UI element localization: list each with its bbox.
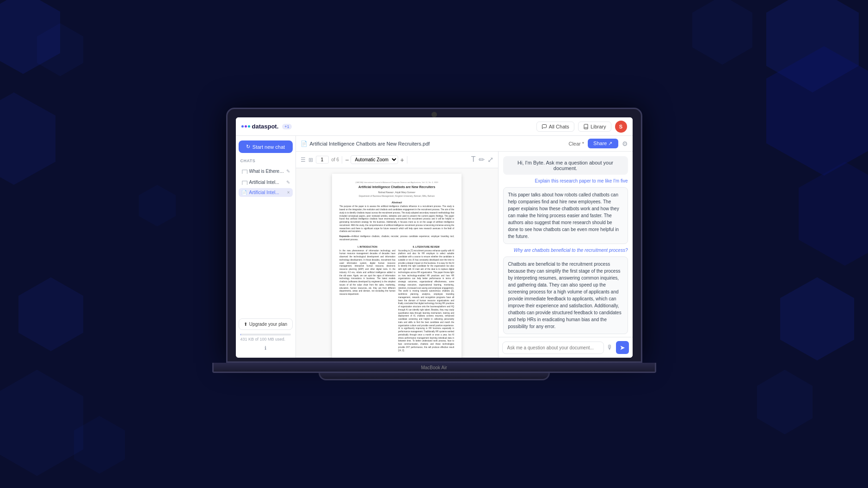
storage-bar bbox=[240, 334, 291, 336]
prev-page-icon[interactable]: ☰ bbox=[301, 157, 306, 163]
suggested-question[interactable]: Explain this research paper to me like I… bbox=[503, 178, 628, 183]
storage-text: 431 KB of 100 MB used. bbox=[240, 337, 291, 342]
laptop-brand-label: MacBook Air bbox=[214, 363, 655, 373]
toolbar-right-icons: T ✏ ⤢ bbox=[471, 155, 493, 164]
question-1-text: Why are chatbots beneficial to the recru… bbox=[514, 248, 628, 253]
section1-title: I. Introduction bbox=[339, 245, 395, 249]
doc-affiliations: Department of Business Management, Kingd… bbox=[339, 195, 454, 198]
share-label: Share ↗ bbox=[593, 140, 612, 146]
chat-item-1[interactable]: ☐ What is Ethereum... ✎ bbox=[239, 166, 293, 176]
app-container: dataspot. +1 All Chats Library bbox=[236, 117, 633, 358]
clear-label: Clear * bbox=[568, 141, 584, 146]
logo-dot-2 bbox=[245, 125, 247, 128]
laptop-screen: dataspot. +1 All Chats Library bbox=[226, 108, 642, 363]
user-avatar[interactable]: S bbox=[615, 121, 627, 133]
logo-dots bbox=[241, 125, 250, 128]
new-chat-button[interactable]: ↻ Start new chat bbox=[239, 140, 293, 153]
main-content: ↻ Start new chat CHATS ☐ What is Ethereu… bbox=[236, 136, 633, 358]
all-chats-button[interactable]: All Chats bbox=[536, 122, 574, 132]
page-of-label: of 6 bbox=[332, 157, 339, 162]
library-icon bbox=[583, 124, 589, 129]
doc-filename: 📄 Artificial Intelligence Chatbots are N… bbox=[301, 140, 430, 147]
laptop-mockup: dataspot. +1 All Chats Library bbox=[226, 108, 642, 380]
greeting-message: Hi, I'm Byte. Ask me a question about yo… bbox=[503, 156, 628, 175]
chat-item-3[interactable]: 📄 Artificial Intel... × bbox=[239, 188, 293, 197]
keywords-text: Keywords—Artificial intelligence chatbot… bbox=[339, 235, 454, 242]
text-select-icon[interactable]: T bbox=[471, 155, 476, 164]
upgrade-button[interactable]: ⬆ Upgrade your plan bbox=[239, 318, 293, 330]
fit-page-icon[interactable]: ⊞ bbox=[308, 157, 313, 163]
separator-1 bbox=[342, 156, 342, 164]
chat-item-2-edit: ✎ bbox=[286, 180, 290, 185]
response-1-text: This paper talks about how robots called… bbox=[508, 192, 619, 239]
upgrade-label: Upgrade your plan bbox=[249, 322, 287, 327]
doc-panel: ☰ ⊞ of 6 − Automatic Zoom bbox=[296, 152, 499, 358]
mic-button[interactable]: 🎙 bbox=[607, 344, 613, 351]
send-button[interactable]: ➤ bbox=[616, 341, 629, 354]
chats-section-title: CHATS bbox=[239, 159, 293, 163]
pdf-icon: 📄 bbox=[301, 140, 308, 147]
zoom-select[interactable]: Automatic Zoom 50% 75% 100% 125% 150% bbox=[351, 155, 398, 164]
abstract-text: The purpose of the paper is to assess th… bbox=[339, 205, 454, 233]
logo-dot-3 bbox=[248, 125, 250, 128]
library-label: Library bbox=[591, 124, 606, 129]
new-chat-label: Start new chat bbox=[252, 144, 285, 150]
body-split: ☰ ⊞ of 6 − Automatic Zoom bbox=[296, 152, 633, 358]
doc-filename-text: Artificial Intelligence Chatbots are New… bbox=[310, 141, 430, 146]
chat-icon bbox=[542, 124, 547, 129]
chat-input-area: 🎙 ➤ bbox=[499, 337, 633, 358]
suggested-question-text: Explain this research paper to me like I… bbox=[535, 178, 628, 183]
section1-text: In the new phenomenon of information tec… bbox=[339, 250, 395, 296]
share-button[interactable]: Share ↗ bbox=[588, 139, 618, 148]
chat-panel: Hi, I'm Byte. Ask me a question about yo… bbox=[499, 152, 633, 358]
new-chat-icon: ↻ bbox=[246, 144, 250, 150]
upgrade-icon: ⬆ bbox=[244, 322, 247, 327]
page-input[interactable] bbox=[316, 156, 329, 164]
chat-messages: Hi, I'm Byte. Ask me a question about yo… bbox=[499, 152, 633, 337]
right-section: 📄 Artificial Intelligence Chatbots are N… bbox=[296, 136, 633, 358]
chat-item-2[interactable]: ☐ Artificial Intel... ✎ bbox=[239, 177, 293, 187]
section2-title: II. Literature Review bbox=[398, 245, 454, 249]
app: dataspot. +1 All Chats Library bbox=[236, 117, 633, 358]
response-bubble-2: Chatbots are beneficial to the recruitme… bbox=[503, 256, 628, 334]
app-name: dataspot. bbox=[252, 123, 279, 130]
all-chats-label: All Chats bbox=[549, 124, 569, 129]
doc-content[interactable]: (IJACSA) International Journal of Advanc… bbox=[296, 168, 498, 358]
chat-item-3-close[interactable]: × bbox=[287, 190, 290, 195]
topbar-left: dataspot. +1 bbox=[241, 123, 292, 130]
fullscreen-icon[interactable]: ⤢ bbox=[487, 155, 493, 164]
file-icon-3: 📄 bbox=[241, 190, 247, 195]
topbar: dataspot. +1 All Chats Library bbox=[236, 117, 633, 136]
zoom-controls: − Automatic Zoom 50% 75% 100% 125% 150% bbox=[345, 155, 404, 164]
zoom-out-button[interactable]: − bbox=[345, 157, 349, 163]
response-2-text: Chatbots are beneficial to the recruitme… bbox=[508, 262, 622, 329]
laptop-stand bbox=[319, 373, 550, 380]
doc-header-actions: Clear * Share ↗ ⚙ bbox=[568, 139, 628, 148]
logo-dot-1 bbox=[241, 125, 244, 128]
separator-2 bbox=[407, 156, 407, 164]
chat-item-2-left: ☐ Artificial Intel... bbox=[241, 179, 286, 185]
sidebar-info: ℹ bbox=[239, 343, 293, 353]
draw-icon[interactable]: ✏ bbox=[479, 155, 485, 164]
doc-title: Artificial Intelligence Chatbots are New… bbox=[339, 185, 454, 189]
sidebar-bottom: ⬆ Upgrade your plan 431 KB of 100 MB use… bbox=[239, 318, 293, 353]
logo: dataspot. bbox=[241, 123, 279, 130]
question-1: Why are chatbots beneficial to the recru… bbox=[503, 248, 628, 253]
chat-icon-2: ☐ bbox=[241, 179, 247, 185]
topbar-right: All Chats Library S bbox=[536, 121, 627, 133]
zoom-in-button[interactable]: + bbox=[400, 157, 404, 163]
settings-button[interactable]: ⚙ bbox=[622, 140, 628, 147]
doc-page: (IJACSA) International Journal of Advanc… bbox=[332, 174, 462, 358]
response-bubble-1: This paper talks about how robots called… bbox=[503, 187, 628, 244]
section2-text: According to [7] recruitment process enh… bbox=[398, 250, 454, 353]
storage-container: 431 KB of 100 MB used. bbox=[239, 334, 293, 342]
doc-conf-header: (IJACSA) International Journal of Advanc… bbox=[339, 181, 454, 184]
chat-item-1-edit: ✎ bbox=[286, 169, 290, 174]
library-button[interactable]: Library bbox=[578, 122, 611, 132]
chat-icon-1: ☐ bbox=[241, 168, 247, 174]
chat-input[interactable] bbox=[502, 342, 604, 354]
clear-button[interactable]: Clear * bbox=[568, 141, 584, 146]
chat-item-2-text: Artificial Intel... bbox=[249, 180, 279, 185]
user-initial: S bbox=[619, 124, 622, 129]
laptop-camera bbox=[431, 112, 437, 117]
